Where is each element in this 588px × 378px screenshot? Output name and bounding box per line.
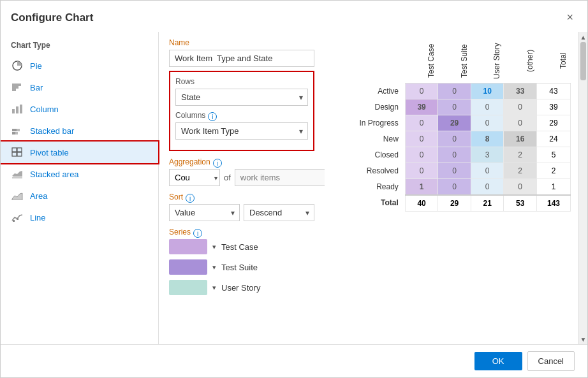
chart-type-bar-label: Bar bbox=[30, 83, 43, 92]
scrollbar-thumb-inner bbox=[580, 42, 586, 80]
chart-type-stacked-area-label: Stacked area bbox=[30, 170, 79, 179]
pivot-panel: Test Case Test Suite User Story (other) … bbox=[325, 32, 578, 344]
aggregation-items-input[interactable] bbox=[235, 169, 325, 186]
pivot-cell-4-1: 0 bbox=[438, 147, 471, 163]
series-color-2 bbox=[169, 280, 207, 295]
sort-field-select[interactable]: Value Label bbox=[169, 204, 240, 221]
table-row-total: Total 40 29 21 53 143 bbox=[332, 195, 571, 212]
aggregation-select[interactable]: Cou Sum Avg bbox=[169, 169, 220, 186]
configure-chart-dialog: Configure Chart × Chart Type Pie Bar bbox=[0, 0, 588, 378]
svg-rect-14 bbox=[17, 152, 22, 156]
series-chevron-1[interactable]: ▾ bbox=[212, 263, 216, 272]
scrollbar-thumb[interactable] bbox=[579, 42, 587, 334]
chart-type-pie[interactable]: Pie bbox=[1, 55, 158, 76]
column-icon bbox=[11, 103, 24, 115]
pivot-cell-2-total: 29 bbox=[536, 115, 570, 131]
pivot-total-0: 40 bbox=[405, 195, 438, 212]
config-panel: Name Rows State Work Item Type Columns i… bbox=[159, 32, 325, 344]
pivot-cell-1-0: 39 bbox=[405, 99, 438, 115]
sort-direction-select[interactable]: Descend Ascend bbox=[244, 204, 314, 221]
table-row: In Progress 0 29 0 0 29 bbox=[332, 115, 571, 131]
chart-type-stacked-bar-label: Stacked bar bbox=[30, 126, 74, 136]
chart-name-input[interactable] bbox=[169, 50, 314, 67]
scrollbar-up-button[interactable]: ▲ bbox=[579, 32, 587, 42]
chart-type-line-label: Line bbox=[30, 213, 46, 222]
close-button[interactable]: × bbox=[562, 10, 577, 25]
table-row: Ready 1 0 0 0 1 bbox=[332, 178, 571, 195]
series-label: Series bbox=[169, 228, 191, 236]
sort-direction-wrapper: Descend Ascend bbox=[244, 204, 314, 221]
pivot-row-label-0: Active bbox=[332, 83, 405, 99]
pivot-cell-5-total: 2 bbox=[536, 163, 570, 178]
chart-type-line[interactable]: Line bbox=[1, 207, 158, 228]
pivot-cell-0-0: 0 bbox=[405, 83, 438, 99]
svg-rect-15 bbox=[13, 220, 15, 222]
pivot-cell-3-1: 0 bbox=[438, 131, 471, 147]
scrollbar[interactable]: ▲ ▼ bbox=[578, 32, 587, 344]
pivot-row-label-1: Design bbox=[332, 99, 405, 115]
columns-select[interactable]: Work Item Type State bbox=[175, 122, 308, 140]
series-item-1: ▾ Test Suite bbox=[169, 259, 314, 275]
svg-rect-13 bbox=[12, 152, 17, 156]
series-item-0: ▾ Test Case bbox=[169, 239, 314, 254]
chart-type-column-label: Column bbox=[30, 105, 59, 114]
pivot-row-label-3: New bbox=[332, 131, 405, 147]
name-label: Name bbox=[169, 38, 314, 47]
chart-type-pivot-label: Pivot table bbox=[30, 148, 69, 157]
pivot-cell-2-1: 29 bbox=[438, 115, 471, 131]
chart-type-bar[interactable]: Bar bbox=[1, 76, 158, 98]
series-name-2: User Story bbox=[221, 283, 260, 293]
svg-rect-1 bbox=[12, 89, 16, 91]
rows-select[interactable]: State Work Item Type bbox=[175, 89, 308, 106]
chart-type-column[interactable]: Column bbox=[1, 98, 158, 120]
series-name-1: Test Suite bbox=[221, 263, 258, 272]
pivot-cell-3-2: 8 bbox=[471, 131, 504, 147]
columns-label: Columns bbox=[175, 111, 205, 120]
pivot-total-grand: 143 bbox=[536, 195, 570, 212]
columns-info-icon[interactable]: i bbox=[208, 112, 217, 121]
series-color-0 bbox=[169, 239, 207, 254]
chart-type-stacked-area[interactable]: Stacked area bbox=[1, 163, 158, 185]
cancel-button[interactable]: Cancel bbox=[527, 351, 575, 371]
chart-type-pivot-table[interactable]: Pivot table bbox=[1, 142, 158, 163]
scrollbar-down-button[interactable]: ▼ bbox=[579, 334, 587, 344]
svg-rect-6 bbox=[20, 105, 22, 113]
chart-type-area-label: Area bbox=[30, 191, 47, 201]
series-info-icon[interactable]: i bbox=[193, 229, 202, 238]
pivot-cell-3-3: 16 bbox=[504, 131, 537, 147]
pie-icon bbox=[11, 59, 24, 72]
pivot-cell-4-2: 3 bbox=[471, 147, 504, 163]
pivot-total-3: 53 bbox=[504, 195, 537, 212]
svg-rect-16 bbox=[17, 218, 18, 220]
series-chevron-2[interactable]: ▾ bbox=[212, 284, 216, 292]
dialog-titlebar: Configure Chart × bbox=[1, 1, 587, 32]
sort-info-icon[interactable]: i bbox=[186, 194, 195, 203]
columns-select-wrapper: Work Item Type State bbox=[175, 122, 308, 140]
svg-rect-11 bbox=[12, 148, 17, 152]
chart-type-area[interactable]: Area bbox=[1, 185, 158, 207]
pivot-row-label-5: Resolved bbox=[332, 163, 405, 178]
pivot-table: Test Case Test Suite User Story (other) … bbox=[332, 38, 571, 212]
chart-type-stacked-bar[interactable]: Stacked bar bbox=[1, 120, 158, 142]
sort-field-wrapper: Value Label bbox=[169, 204, 240, 221]
pivot-row-label-6: Ready bbox=[332, 178, 405, 195]
pivot-col-header-2: User Story bbox=[471, 38, 504, 83]
pivot-cell-6-0: 1 bbox=[405, 178, 438, 195]
pivot-cell-4-0: 0 bbox=[405, 147, 438, 163]
stacked-area-icon bbox=[11, 168, 24, 180]
aggregation-row: Cou Sum Avg ▾ of bbox=[169, 169, 314, 186]
pivot-cell-0-3: 33 bbox=[504, 83, 537, 99]
sort-label: Sort bbox=[169, 193, 183, 201]
pivot-cell-5-2: 0 bbox=[471, 163, 504, 178]
series-chevron-0[interactable]: ▾ bbox=[212, 243, 216, 251]
pivot-cell-3-total: 24 bbox=[536, 131, 570, 147]
svg-rect-2 bbox=[12, 86, 18, 89]
svg-rect-7 bbox=[12, 132, 15, 134]
dialog-body: Chart Type Pie Bar Column bbox=[1, 32, 587, 344]
aggregation-info-icon[interactable]: i bbox=[213, 159, 222, 168]
pivot-cell-6-total: 1 bbox=[536, 178, 570, 195]
pivot-cell-1-2: 0 bbox=[471, 99, 504, 115]
pivot-cell-6-1: 0 bbox=[438, 178, 471, 195]
bar-icon bbox=[11, 81, 24, 94]
ok-button[interactable]: OK bbox=[474, 352, 522, 370]
